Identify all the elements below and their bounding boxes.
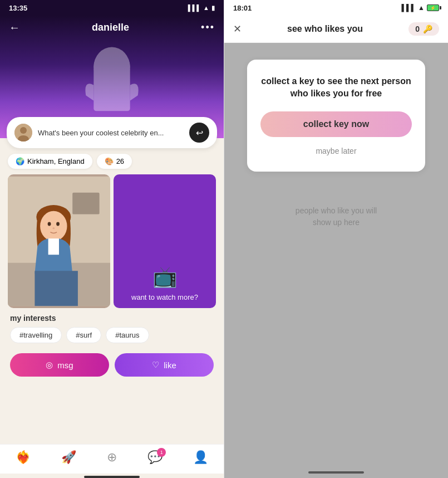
collect-card: collect a key to see the next person who…: [247, 60, 425, 172]
collect-title: collect a key to see the next person who…: [260, 75, 412, 100]
key-icon: 🔑: [423, 25, 432, 33]
home-indicator-left: [84, 476, 140, 478]
empty-state-line2: show up here: [313, 218, 360, 227]
empty-state-line1: people who like you will: [296, 206, 377, 215]
signal-icon: ▌▌▌: [188, 4, 201, 11]
nav-messages[interactable]: 💬 1: [147, 450, 163, 465]
media-photo: [8, 174, 110, 308]
lightning-icon: ⚡: [430, 6, 436, 11]
age-chip: 🎨 26: [97, 154, 132, 169]
tag-taurus: #taurus: [106, 327, 149, 343]
question-row: What's been your coolest celebrity en...…: [7, 117, 217, 148]
reply-button[interactable]: ↩: [189, 123, 209, 143]
heart-icon: ♡: [152, 360, 159, 370]
svg-point-2: [93, 48, 130, 85]
svg-point-13: [56, 222, 60, 226]
close-button[interactable]: ✕: [233, 23, 242, 35]
key-badge: 0 🔑: [408, 22, 439, 36]
svg-point-12: [48, 222, 51, 226]
status-bar-left: 13:35 ▌▌▌ ▲ ▮: [0, 0, 224, 16]
age-text: 26: [116, 157, 124, 165]
signal-right: ▌▌▌: [402, 4, 416, 12]
more-button[interactable]: •••: [201, 22, 215, 33]
svg-rect-8: [72, 193, 99, 214]
nav-explore[interactable]: 🚀: [61, 450, 76, 465]
home-indicator-right: [308, 471, 364, 474]
ghost-silhouette: [78, 43, 145, 121]
art-icon: 🎨: [105, 157, 114, 165]
profile-body: 🌍 Kirkham, England 🎨 26: [0, 138, 224, 381]
tags-row: #travelling #surf #taurus: [10, 327, 214, 343]
empty-state: people who like you will show up here: [296, 205, 377, 228]
svg-point-14: [52, 227, 55, 229]
action-buttons: ◎ msg ♡ like: [8, 349, 216, 381]
question-avatar: [14, 124, 32, 142]
location-chip: 🌍 Kirkham, England: [8, 154, 92, 169]
status-icons-left: ▌▌▌ ▲ ▮: [188, 4, 215, 12]
msg-button[interactable]: ◎ msg: [10, 353, 109, 377]
battery-icon-left: ▮: [211, 4, 215, 12]
right-phone: 18:01 ▌▌▌ ▲ ⚡ ✕ see who likes you 0 🔑 co…: [224, 0, 448, 478]
messages-badge: 1: [157, 448, 166, 457]
msg-icon: ◎: [46, 360, 53, 370]
status-icons-right: ▌▌▌ ▲ ⚡: [402, 4, 439, 12]
right-content: collect a key to see the next person who…: [224, 43, 448, 467]
tag-surf: #surf: [66, 327, 101, 343]
person-photo-svg: [8, 174, 110, 308]
globe-icon: 🌍: [16, 157, 24, 165]
right-header: ✕ see who likes you 0 🔑: [224, 16, 448, 43]
right-header-title: see who likes you: [287, 24, 363, 34]
left-phone: 13:35 ▌▌▌ ▲ ▮ ← danielle •••: [0, 0, 224, 478]
svg-point-11: [40, 211, 67, 241]
interests-section: my interests #travelling #surf #taurus: [8, 314, 216, 343]
msg-label: msg: [57, 360, 73, 370]
nav-matches[interactable]: ❤️‍🔥: [16, 450, 31, 465]
video-label: want to watch more?: [131, 293, 198, 301]
status-bar-right: 18:01 ▌▌▌ ▲ ⚡: [224, 0, 448, 16]
profile-header: ← danielle ••• What's been your coolest …: [0, 16, 224, 138]
info-chips: 🌍 Kirkham, England 🎨 26: [8, 154, 216, 169]
collect-key-button[interactable]: collect key now: [260, 111, 412, 137]
time-left: 13:35: [9, 4, 27, 12]
wifi-right: ▲: [418, 4, 425, 12]
bottom-nav: ❤️‍🔥 🚀 ⊕ 💬 1 👤: [0, 444, 224, 474]
time-right: 18:01: [233, 4, 252, 12]
svg-rect-16: [35, 271, 77, 306]
wifi-icon: ▲: [203, 4, 209, 11]
svg-rect-15: [48, 238, 59, 255]
svg-point-4: [20, 127, 27, 134]
like-label: like: [164, 360, 176, 370]
location-text: Kirkham, England: [27, 157, 85, 165]
profile-name: danielle: [92, 22, 129, 33]
tag-travelling: #travelling: [10, 327, 62, 343]
media-video[interactable]: 📺 want to watch more?: [114, 174, 216, 308]
media-grid: 📺 want to watch more?: [8, 174, 216, 308]
key-count: 0: [415, 25, 420, 33]
maybe-later-button[interactable]: maybe later: [316, 147, 356, 155]
nav-row: ← danielle •••: [9, 21, 215, 34]
nav-search[interactable]: ⊕: [107, 450, 117, 465]
question-text: What's been your coolest celebrity en...: [38, 129, 184, 137]
battery-right: ⚡: [427, 4, 439, 11]
interests-title: my interests: [10, 314, 214, 323]
like-button[interactable]: ♡ like: [115, 353, 214, 377]
back-button[interactable]: ←: [9, 21, 20, 34]
nav-profile[interactable]: 👤: [193, 450, 208, 465]
tv-icon: 📺: [152, 265, 178, 289]
